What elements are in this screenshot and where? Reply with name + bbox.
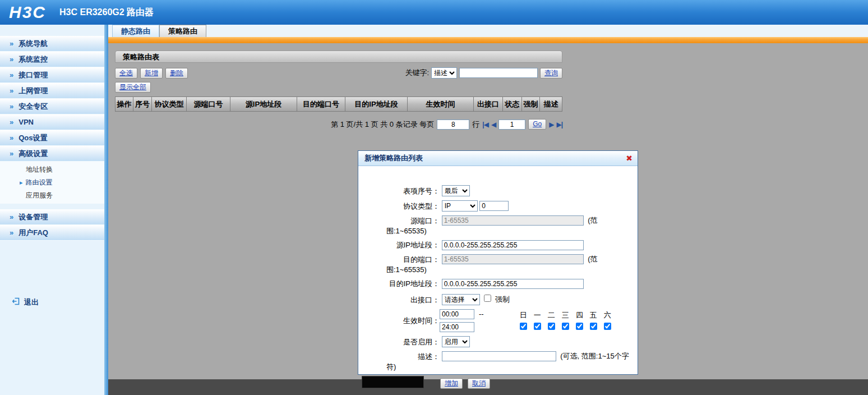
- form-row-src-ip: 源IP地址段：: [386, 240, 633, 251]
- double-chevron-icon: »: [10, 102, 13, 111]
- sidebar-item-label: 高级设置: [19, 149, 48, 159]
- weekday-sat: 六: [601, 310, 615, 332]
- dst-ip-label: 目的IP地址段：: [386, 279, 440, 289]
- dialog-cancel-button[interactable]: 取消: [468, 378, 490, 389]
- sidebar-item-qos[interactable]: » Qos设置: [0, 130, 108, 146]
- show-all-button[interactable]: 显示全部: [115, 82, 151, 93]
- first-page-icon[interactable]: |◀: [482, 121, 488, 128]
- dialog-add-button[interactable]: 增加: [440, 378, 463, 389]
- query-button[interactable]: 查询: [540, 68, 562, 79]
- weekday-wed-checkbox[interactable]: [562, 323, 569, 330]
- logout-label: 退出: [24, 297, 39, 307]
- dst-ip-input[interactable]: [442, 279, 584, 289]
- weekday-sun-checkbox[interactable]: [520, 323, 527, 330]
- src-ip-label: 源IP地址段：: [386, 240, 440, 250]
- sidebar-top-gap: [0, 25, 108, 36]
- prev-page-icon[interactable]: ◀: [491, 121, 496, 128]
- sidebar-item-label: 安全专区: [19, 102, 48, 112]
- sidebar-item-system-monitor[interactable]: » 系统监控: [0, 52, 108, 67]
- src-ip-input[interactable]: [442, 240, 584, 250]
- double-chevron-icon: »: [10, 149, 13, 158]
- select-all-button[interactable]: 全选: [115, 68, 137, 79]
- next-page-icon[interactable]: ▶: [549, 121, 553, 128]
- weekday-sun: 日: [516, 310, 530, 332]
- tab-policy-route[interactable]: 策略路由: [159, 25, 206, 37]
- weekday-fri-checkbox[interactable]: [590, 323, 597, 330]
- double-chevron-icon: »: [10, 118, 13, 126]
- double-chevron-icon: »: [10, 39, 13, 48]
- col-header-out-iface: 出接口: [474, 97, 503, 112]
- dialog-titlebar: 新增策略路由列表 ✖: [358, 151, 638, 166]
- description-input[interactable]: [442, 351, 556, 361]
- logout-icon: [11, 297, 20, 307]
- weekday-tue-checkbox[interactable]: [548, 323, 555, 330]
- weekday-thu: 四: [572, 310, 587, 332]
- logout-button[interactable]: 退出: [0, 297, 108, 307]
- col-header-dst-ip: 目的IP地址段: [345, 97, 408, 112]
- sidebar-item-system-nav[interactable]: » 系统导航: [0, 36, 108, 52]
- col-header-src-ip: 源IP地址段: [230, 97, 297, 112]
- sidebar-item-internet-mgmt[interactable]: » 上网管理: [0, 83, 108, 99]
- entry-index-label: 表项序号：: [386, 186, 440, 196]
- sidebar-item-label: 系统监控: [19, 54, 48, 65]
- weekday-label: 四: [572, 310, 587, 320]
- delete-button[interactable]: 删除: [165, 68, 188, 79]
- form-row-entry-index: 表项序号： 最后: [386, 185, 633, 196]
- keyword-input[interactable]: [459, 68, 538, 78]
- form-row-dst-port: 目的端口： (范围:1~65535): [386, 254, 633, 275]
- submenu-item-label: 地址转换: [26, 166, 53, 173]
- enabled-select[interactable]: 启用: [442, 336, 470, 347]
- submenu-item-app-service[interactable]: 应用服务: [0, 189, 108, 202]
- time-start-input[interactable]: [440, 309, 474, 319]
- protocol-select[interactable]: IP: [442, 200, 478, 212]
- double-chevron-icon: »: [10, 213, 13, 221]
- keyword-select[interactable]: 描述: [431, 67, 457, 79]
- protocol-label: 协议类型：: [386, 201, 440, 212]
- dst-port-input: [442, 254, 584, 264]
- col-header-index: 序号: [133, 97, 152, 112]
- dialog-title: 新增策略路由列表: [364, 153, 423, 163]
- sidebar-item-advanced-settings[interactable]: » 高级设置: [0, 146, 108, 162]
- submenu-item-route-settings[interactable]: ▸ 路由设置: [0, 176, 108, 189]
- sidebar-item-label: 上网管理: [19, 86, 48, 96]
- weekday-mon-checkbox[interactable]: [534, 323, 541, 330]
- page-summary: 第 1 页/共 1 页 共 0 条记录 每页: [331, 120, 434, 130]
- add-button[interactable]: 新增: [140, 68, 163, 79]
- weekday-tue: 二: [544, 310, 558, 332]
- sidebar-item-label: VPN: [19, 118, 34, 126]
- sidebar-item-device-mgmt[interactable]: » 设备管理: [0, 209, 108, 225]
- sidebar-item-label: 接口管理: [19, 70, 48, 80]
- sidebar-item-user-faq[interactable]: » 用户FAQ: [0, 225, 108, 241]
- app-header: H3C H3C ER3260G2 路由器: [0, 0, 868, 25]
- last-page-icon[interactable]: ▶|: [556, 121, 562, 128]
- sidebar-item-security-zone[interactable]: » 安全专区: [0, 99, 108, 114]
- go-button[interactable]: Go: [528, 119, 546, 130]
- entry-index-select[interactable]: 最后: [442, 185, 470, 196]
- weekday-mon: 一: [530, 310, 544, 332]
- app-title: H3C ER3260G2 路由器: [59, 7, 154, 19]
- out-iface-select[interactable]: 请选择: [442, 294, 480, 305]
- form-row-dst-ip: 目的IP地址段：: [386, 279, 633, 290]
- sidebar-item-label: 用户FAQ: [19, 228, 48, 238]
- add-policy-route-dialog: 新增策略路由列表 ✖ 表项序号： 最后 协议类型： IP 源端口： (范围:1~: [358, 150, 638, 375]
- page-number-input[interactable]: [498, 120, 525, 130]
- double-chevron-icon: »: [10, 55, 13, 63]
- force-checkbox[interactable]: [484, 295, 491, 302]
- submenu-arrow-icon: ▸: [20, 176, 23, 189]
- col-header-status: 状态: [503, 97, 522, 112]
- sidebar-item-interface-mgmt[interactable]: » 接口管理: [0, 67, 108, 83]
- close-icon[interactable]: ✖: [626, 154, 632, 163]
- sidebar-item-vpn[interactable]: » VPN: [0, 114, 108, 130]
- policy-route-panel: 策略路由表 全选 新增 删除 关键字: 描述 查询 显示全部 操作: [115, 50, 562, 130]
- submenu-item-nat[interactable]: 地址转换: [0, 163, 108, 176]
- page-size-input[interactable]: [437, 120, 469, 130]
- keyword-group: 关键字: 描述 查询: [405, 67, 562, 79]
- tab-static-route[interactable]: 静态路由: [112, 25, 159, 37]
- protocol-number-input[interactable]: [479, 201, 509, 211]
- time-end-input[interactable]: [440, 322, 474, 332]
- weekday-sat-checkbox[interactable]: [604, 323, 611, 330]
- weekday-label: 五: [587, 310, 601, 320]
- sidebar-item-label: 设备管理: [19, 212, 48, 222]
- sidebar-scrollbar[interactable]: [104, 25, 108, 395]
- weekday-thu-checkbox[interactable]: [576, 323, 583, 330]
